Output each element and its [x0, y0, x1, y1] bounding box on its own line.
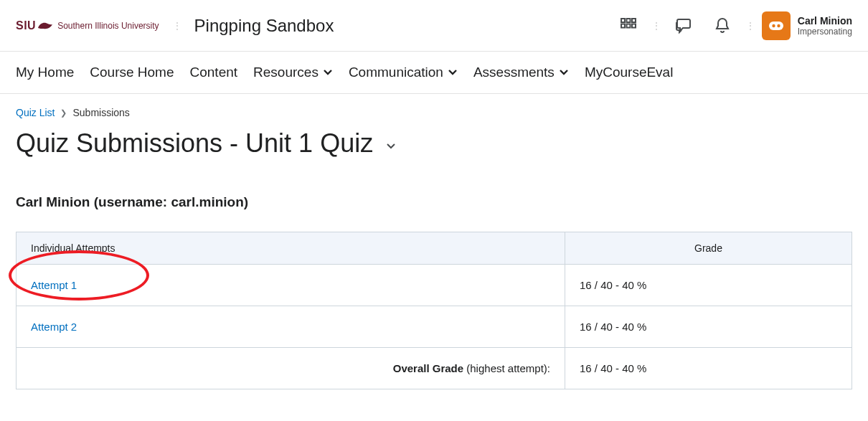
svg-rect-1 [626, 19, 630, 22]
nav-label: Course Home [90, 65, 174, 80]
separator-icon: ⋮ [745, 20, 755, 32]
chevron-right-icon: ❯ [60, 108, 67, 118]
page-title: Quiz Submissions - Unit 1 Quiz [16, 128, 373, 159]
header-left: SIU Southern Illinois University ⋮ Pingp… [16, 16, 334, 36]
overall-label-cell: Overall Grade (highest attempt): [16, 348, 565, 389]
svg-point-8 [777, 24, 780, 27]
nav-content[interactable]: Content [190, 65, 238, 80]
header-bar: SIU Southern Illinois University ⋮ Pingp… [0, 0, 868, 52]
grade-cell: 16 / 40 - 40 % [565, 265, 852, 306]
nav-resources[interactable]: Resources [253, 65, 333, 80]
nav-label: Resources [253, 65, 319, 80]
avatar [762, 11, 791, 40]
nav-my-home[interactable]: My Home [16, 65, 74, 80]
avatar-mask-icon [768, 21, 784, 31]
header-right: ⋮ ⋮ Carl Minion Impersonatin [613, 10, 852, 42]
grade-cell: 16 / 40 - 40 % [565, 306, 852, 348]
breadcrumb: Quiz List ❯ Submissions [16, 107, 852, 118]
attempt-cell: Attempt 2 [16, 306, 565, 348]
main-content: Quiz List ❯ Submissions Quiz Submissions… [0, 94, 868, 411]
user-status: Impersonating [798, 27, 852, 37]
nav-communication[interactable]: Communication [349, 65, 458, 80]
svg-point-7 [772, 24, 775, 27]
org-logo[interactable]: SIU Southern Illinois University [16, 19, 159, 32]
nav-label: Assessments [473, 65, 555, 80]
messages-button[interactable] [668, 10, 699, 42]
nav-label: My Home [16, 65, 74, 80]
user-menu[interactable]: Carl Minion Impersonating [762, 11, 852, 40]
separator-icon: ⋮ [651, 20, 661, 32]
nav-label: Content [190, 65, 238, 80]
svg-rect-3 [621, 24, 625, 27]
logo-long-text: Southern Illinois University [57, 21, 159, 31]
logo-short-text: SIU [16, 19, 36, 32]
user-text: Carl Minion Impersonating [798, 15, 852, 37]
nav-assessments[interactable]: Assessments [473, 65, 569, 80]
breadcrumb-current: Submissions [72, 107, 129, 118]
notifications-button[interactable] [707, 10, 738, 42]
student-info: Carl Minion (username: carl.minion) [16, 194, 852, 210]
col-header-grade: Grade [565, 232, 852, 265]
nav-mycourseeval[interactable]: MyCourseEval [585, 65, 674, 80]
overall-grade-cell: 16 / 40 - 40 % [565, 348, 852, 389]
user-name: Carl Minion [798, 15, 852, 27]
chevron-down-icon [559, 69, 569, 76]
attempt-link[interactable]: Attempt 1 [31, 279, 77, 291]
overall-label: Overall Grade [393, 362, 463, 374]
chevron-down-icon [323, 69, 333, 76]
separator-icon: ⋮ [172, 20, 181, 32]
chevron-down-icon [386, 143, 396, 150]
col-header-attempts: Individual Attempts [16, 232, 565, 265]
svg-rect-6 [769, 22, 783, 30]
table-row: Attempt 2 16 / 40 - 40 % [16, 306, 852, 348]
saluki-icon [37, 21, 53, 31]
logo-short: SIU [16, 19, 53, 32]
svg-rect-0 [621, 19, 625, 22]
bell-icon [714, 16, 731, 35]
page-actions-dropdown[interactable] [386, 137, 396, 150]
chat-icon [674, 16, 693, 35]
page-title-row: Quiz Submissions - Unit 1 Quiz [16, 128, 852, 159]
apps-grid-icon [620, 17, 637, 34]
course-nav: My Home Course Home Content Resources Co… [0, 52, 868, 94]
attempt-link[interactable]: Attempt 2 [31, 321, 77, 333]
apps-grid-button[interactable] [613, 10, 644, 42]
chevron-down-icon [448, 69, 458, 76]
attempts-table: Individual Attempts Grade Attempt 1 16 /… [16, 232, 852, 389]
course-title[interactable]: Pingping Sandbox [194, 16, 334, 36]
nav-label: Communication [349, 65, 443, 80]
svg-rect-5 [632, 24, 636, 27]
table-row-overall: Overall Grade (highest attempt): 16 / 40… [16, 348, 852, 389]
table-wrapper: Individual Attempts Grade Attempt 1 16 /… [16, 232, 852, 389]
attempt-cell: Attempt 1 [16, 265, 565, 306]
svg-rect-4 [626, 24, 630, 27]
svg-rect-2 [632, 19, 636, 22]
table-row: Attempt 1 16 / 40 - 40 % [16, 265, 852, 306]
breadcrumb-quiz-list[interactable]: Quiz List [16, 107, 55, 118]
nav-course-home[interactable]: Course Home [90, 65, 174, 80]
nav-label: MyCourseEval [585, 65, 674, 80]
overall-sub: (highest attempt): [463, 362, 550, 374]
